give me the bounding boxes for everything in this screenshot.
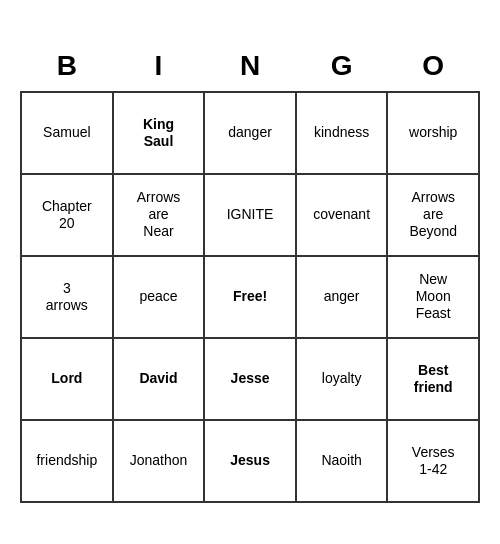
bingo-cell-4-4: Verses1-42	[387, 420, 479, 502]
bingo-row-2: 3arrowspeaceFree!angerNewMoonFeast	[21, 256, 479, 338]
header-cell-b: B	[21, 42, 113, 92]
bingo-cell-1-0: Chapter20	[21, 174, 113, 256]
bingo-row-4: friendshipJonathonJesusNaoithVerses1-42	[21, 420, 479, 502]
bingo-cell-3-4: Bestfriend	[387, 338, 479, 420]
bingo-cell-1-1: ArrowsareNear	[113, 174, 205, 256]
bingo-card: BINGO SamuelKingSauldangerkindnessworshi…	[20, 42, 480, 503]
bingo-cell-3-3: loyalty	[296, 338, 388, 420]
bingo-cell-2-1: peace	[113, 256, 205, 338]
bingo-cell-3-0: Lord	[21, 338, 113, 420]
bingo-cell-1-4: ArrowsareBeyond	[387, 174, 479, 256]
bingo-cell-2-2: Free!	[204, 256, 295, 338]
bingo-cell-2-0: 3arrows	[21, 256, 113, 338]
bingo-cell-1-3: covenant	[296, 174, 388, 256]
bingo-row-3: LordDavidJesseloyaltyBestfriend	[21, 338, 479, 420]
bingo-cell-4-3: Naoith	[296, 420, 388, 502]
header-cell-n: N	[204, 42, 295, 92]
bingo-cell-0-1: KingSaul	[113, 92, 205, 174]
bingo-cell-0-3: kindness	[296, 92, 388, 174]
header-cell-i: I	[113, 42, 205, 92]
bingo-cell-0-2: danger	[204, 92, 295, 174]
bingo-row-1: Chapter20ArrowsareNearIGNITEcovenantArro…	[21, 174, 479, 256]
bingo-cell-4-1: Jonathon	[113, 420, 205, 502]
header-cell-g: G	[296, 42, 388, 92]
bingo-cell-4-2: Jesus	[204, 420, 295, 502]
bingo-cell-4-0: friendship	[21, 420, 113, 502]
bingo-cell-3-1: David	[113, 338, 205, 420]
bingo-cell-2-3: anger	[296, 256, 388, 338]
bingo-cell-3-2: Jesse	[204, 338, 295, 420]
header-cell-o: O	[387, 42, 479, 92]
header-row: BINGO	[21, 42, 479, 92]
bingo-cell-2-4: NewMoonFeast	[387, 256, 479, 338]
bingo-cell-0-0: Samuel	[21, 92, 113, 174]
bingo-cell-0-4: worship	[387, 92, 479, 174]
bingo-cell-1-2: IGNITE	[204, 174, 295, 256]
bingo-row-0: SamuelKingSauldangerkindnessworship	[21, 92, 479, 174]
